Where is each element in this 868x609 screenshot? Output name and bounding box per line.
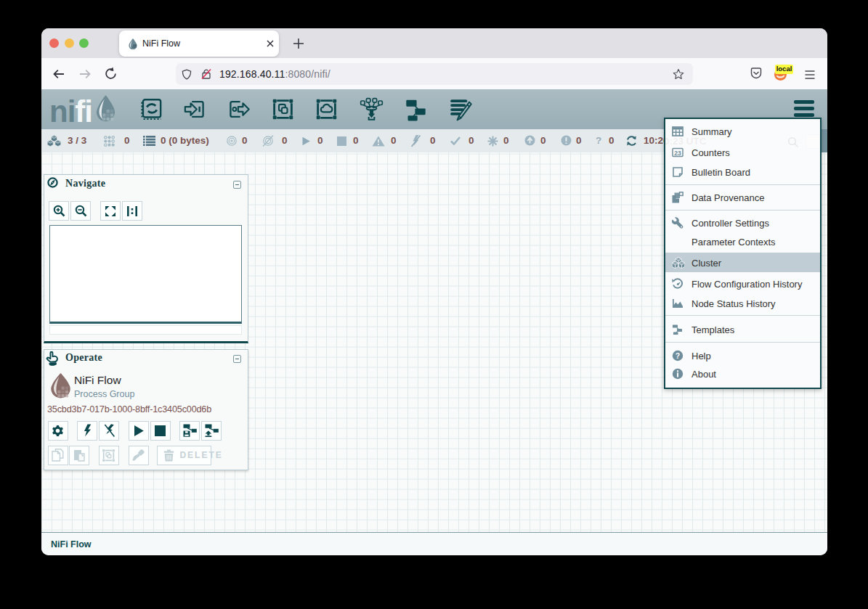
svg-text:?: ? — [676, 351, 680, 360]
svg-text:23: 23 — [674, 149, 681, 156]
